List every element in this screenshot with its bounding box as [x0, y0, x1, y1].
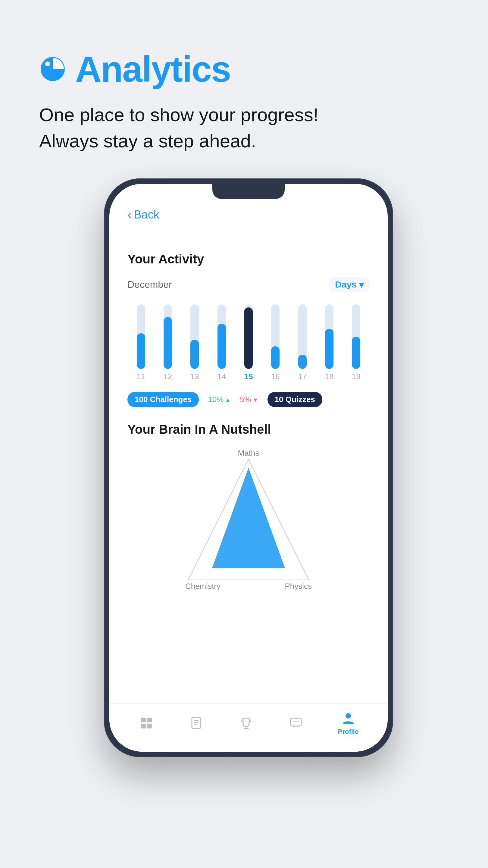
- percent-down-value: 5%: [240, 395, 251, 404]
- title-row: Analytics: [39, 48, 458, 90]
- nutshell-title: Your Brain In A Nutshell: [127, 422, 369, 437]
- bar-container-13: [190, 304, 199, 369]
- dropdown-chevron-icon: ▾: [359, 279, 364, 290]
- challenges-badge: 100 Challenges: [127, 392, 199, 407]
- chart-column-14: 14: [208, 304, 235, 381]
- chart-column-15: 15: [235, 304, 262, 381]
- home-icon: [138, 715, 154, 731]
- svg-rect-12: [147, 724, 152, 728]
- day-label-12: 12: [164, 372, 172, 381]
- phone-wrapper: ‹ Back Your Activity December Days ▾: [39, 179, 458, 757]
- bar-container-16: [271, 304, 280, 369]
- bottom-nav: Profile: [109, 704, 388, 752]
- svg-rect-10: [147, 718, 152, 722]
- nav-item-home[interactable]: [138, 715, 154, 731]
- svg-point-22: [346, 713, 351, 718]
- divider: [109, 237, 388, 237]
- nav-item-chat[interactable]: [288, 715, 304, 731]
- page-container: Analytics One place to show your progres…: [0, 0, 488, 787]
- bar-container-14: [218, 304, 226, 369]
- back-button[interactable]: ‹ Back: [127, 208, 369, 221]
- svg-text:Physics: Physics: [285, 582, 312, 591]
- bar-fill-12: [164, 317, 172, 369]
- svg-rect-13: [192, 718, 200, 728]
- bar-fill-15: [244, 307, 253, 369]
- phone-frame: ‹ Back Your Activity December Days ▾: [104, 179, 393, 757]
- percent-down: 5%: [240, 395, 258, 404]
- bar-container-15: [244, 304, 253, 369]
- quizzes-label: 10 Quizzes: [275, 395, 315, 404]
- bar-fill-14: [218, 324, 226, 369]
- svg-text:Chemistry: Chemistry: [185, 582, 221, 591]
- day-label-19: 19: [352, 372, 361, 381]
- nav-item-trophy[interactable]: [238, 715, 254, 731]
- quizzes-badge: 10 Quizzes: [267, 392, 322, 407]
- activity-title: Your Activity: [127, 252, 369, 267]
- day-label-11: 11: [136, 372, 145, 381]
- chart-column-17: 17: [289, 304, 316, 381]
- radar-chart: Maths Chemistry Physics: [127, 447, 369, 598]
- bar-container-17: [298, 304, 307, 369]
- phone-notch: [213, 184, 285, 199]
- challenges-label: 100 Challenges: [135, 395, 192, 404]
- screen-content: ‹ Back Your Activity December Days ▾: [109, 184, 388, 715]
- days-label: Days: [335, 279, 357, 290]
- chart-column-13: 13: [181, 304, 208, 381]
- bar-fill-17: [298, 355, 307, 369]
- page-title: Analytics: [75, 48, 231, 90]
- phone-screen: ‹ Back Your Activity December Days ▾: [109, 184, 388, 752]
- back-label: Back: [134, 208, 159, 221]
- chart-column-12: 12: [154, 304, 181, 381]
- bar-fill-18: [325, 329, 333, 369]
- activity-header: December Days ▾: [127, 277, 369, 292]
- bar-fill-11: [137, 333, 145, 369]
- svg-rect-11: [141, 724, 146, 728]
- days-dropdown[interactable]: Days ▾: [329, 277, 369, 292]
- day-label-13: 13: [190, 372, 199, 381]
- day-label-16: 16: [271, 372, 280, 381]
- svg-rect-9: [141, 718, 146, 722]
- chart-column-11: 11: [127, 304, 154, 381]
- bar-fill-16: [271, 346, 280, 369]
- bar-container-11: [137, 304, 145, 369]
- svg-rect-19: [290, 718, 301, 726]
- nav-item-profile[interactable]: Profile: [338, 710, 358, 736]
- radar-svg: Maths Chemistry Physics: [176, 450, 321, 595]
- activity-section: Your Activity December Days ▾: [127, 252, 369, 407]
- day-label-17: 17: [298, 372, 307, 381]
- chart-column-18: 18: [316, 304, 343, 381]
- month-label: December: [127, 279, 172, 290]
- bar-container-19: [352, 304, 360, 369]
- nav-item-book[interactable]: [188, 715, 204, 731]
- bar-container-18: [325, 304, 333, 369]
- trophy-icon: [238, 715, 254, 731]
- chart-column-19: 19: [343, 304, 369, 381]
- back-chevron-icon: ‹: [127, 208, 131, 221]
- arrow-up-icon: [225, 395, 231, 404]
- stats-row: 100 Challenges 10% 5% 10 Qui: [127, 392, 369, 407]
- svg-text:Maths: Maths: [238, 450, 259, 458]
- chart-column-16: 16: [262, 304, 289, 381]
- percent-up: 10%: [208, 395, 231, 404]
- bar-fill-19: [352, 337, 360, 369]
- profile-icon: [340, 710, 356, 726]
- svg-marker-4: [213, 468, 285, 568]
- analytics-icon: [39, 56, 66, 83]
- subtitle: One place to show your progress! Always …: [39, 102, 458, 154]
- bar-fill-13: [190, 340, 199, 369]
- day-label-14: 14: [217, 372, 226, 381]
- bar-chart: 11 12: [127, 304, 369, 383]
- chat-icon: [288, 715, 304, 731]
- arrow-down-icon: [253, 395, 258, 404]
- percent-up-value: 10%: [208, 395, 224, 404]
- svg-point-2: [45, 61, 50, 66]
- book-icon: [188, 715, 204, 731]
- profile-nav-label: Profile: [338, 728, 358, 736]
- header-section: Analytics One place to show your progres…: [39, 48, 458, 154]
- day-label-18: 18: [325, 372, 334, 381]
- bar-container-12: [164, 304, 172, 369]
- nutshell-section: Your Brain In A Nutshell: [127, 422, 369, 598]
- day-label-15: 15: [244, 372, 253, 381]
